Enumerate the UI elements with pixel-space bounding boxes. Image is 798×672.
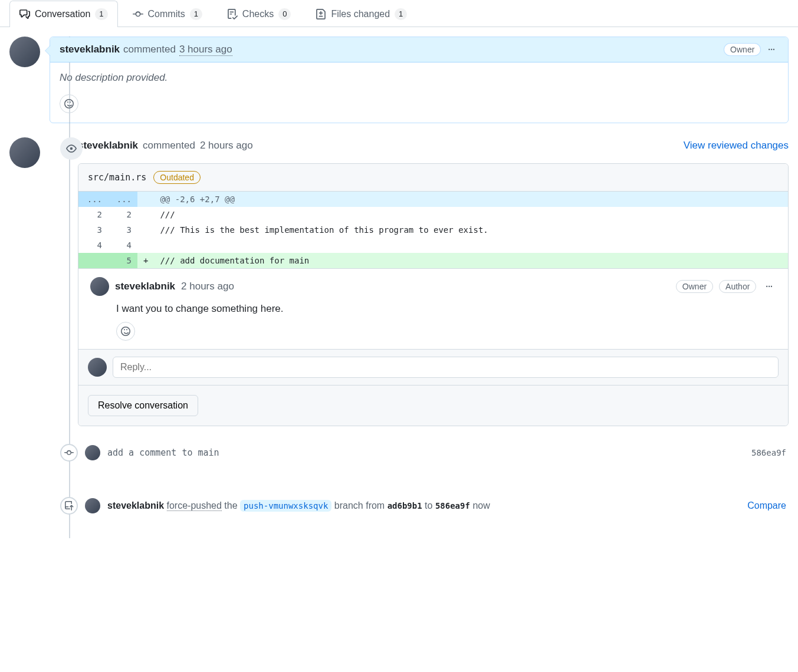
line-old-num: 2 [78,207,108,222]
file-diff-icon [316,9,326,19]
hunk-old-dots: ... [78,192,108,207]
line-new-num: 4 [108,238,137,253]
comment-discussion-icon [19,9,30,19]
pr-tabs: Conversation 1 Commits 1 Checks 0 Files … [0,0,798,27]
line-old-num: 4 [78,238,108,253]
tab-files-label: Files changed [331,9,390,19]
smiley-icon [64,99,74,108]
push-event-text: steveklabnik force-pushed the push-vmunw… [107,500,490,511]
kebab-icon[interactable]: ··· [764,44,779,55]
avatar[interactable] [9,137,40,168]
comment-timestamp[interactable]: 3 hours ago [179,44,232,56]
resolve-conversation-button[interactable]: Resolve conversation [88,395,198,416]
review-author[interactable]: steveklabnik [78,140,138,151]
avatar[interactable] [85,445,100,460]
push-author[interactable]: steveklabnik [107,500,164,510]
commit-event-badge [60,444,78,462]
push-from-sha[interactable]: ad6b9b1 [387,501,422,510]
line-old-num [78,253,108,268]
view-reviewed-changes-link[interactable]: View reviewed changes [684,140,789,151]
tab-conversation[interactable]: Conversation 1 [9,1,118,27]
line-new-num: 5 [108,253,137,268]
inline-comment-author[interactable]: steveklabnik [115,281,175,292]
line-new-num: 2 [108,207,137,222]
file-path[interactable]: src/main.rs [88,172,146,183]
owner-badge: Owner [676,280,713,293]
tab-commits[interactable]: Commits 1 [123,1,212,27]
review-verb: commented [143,140,195,151]
hunk-new-dots: ... [108,192,137,207]
commit-message[interactable]: add a comment to main [107,447,219,458]
tab-files-count: 1 [395,8,407,20]
line-new-num: 3 [108,222,137,238]
git-commit-icon [64,448,74,457]
diff-line: /// add documentation for main [154,253,788,268]
tab-conversation-label: Conversation [35,9,90,19]
owner-badge: Owner [724,43,761,56]
diff-line: /// [154,207,788,222]
inline-review-comment: steveklabnik 2 hours ago Owner Author ··… [78,268,788,349]
tab-checks-count: 0 [278,8,291,20]
outdated-badge: Outdated [153,171,201,184]
tab-checks-label: Checks [242,9,274,19]
tab-commits-label: Commits [148,9,185,19]
tab-commits-count: 1 [190,8,202,20]
comment-body-text: No description provided. [60,72,168,83]
push-action: force-pushed [167,500,222,511]
eye-icon [66,143,77,154]
pr-description-comment: steveklabnik commented 3 hours ago Owner… [50,37,789,123]
push-branch-name[interactable]: push-vmunwxsksqvk [240,500,331,512]
add-reaction-button[interactable] [60,94,78,113]
push-event-badge [60,497,78,515]
avatar[interactable] [9,37,40,67]
inline-comment-body: I want you to change something here. [116,303,776,315]
checklist-icon [227,9,238,19]
tab-conversation-count: 1 [95,8,107,20]
reply-input[interactable] [113,357,779,378]
diff-line: /// This is the best implementation of t… [154,222,788,238]
compare-link[interactable]: Compare [747,500,789,511]
inline-comment-timestamp: 2 hours ago [181,281,234,292]
smiley-icon [121,327,130,336]
diff-line [154,238,788,253]
tab-checks[interactable]: Checks 0 [217,1,301,27]
diff-table: ... ... @@ -2,6 +2,7 @@ 2 2 /// 3 [78,192,788,268]
avatar[interactable] [85,498,100,513]
hunk-header: @@ -2,6 +2,7 @@ [154,192,788,207]
line-old-num: 3 [78,222,108,238]
git-commit-icon [133,9,143,19]
commit-sha[interactable]: 586ea9f [751,448,789,457]
kebab-icon[interactable]: ··· [762,281,776,292]
avatar[interactable] [88,358,107,377]
avatar[interactable] [90,277,109,296]
push-to-sha[interactable]: 586ea9f [435,501,470,510]
review-event-badge [60,137,83,160]
comment-verb: commented [123,44,176,55]
author-badge: Author [719,280,756,293]
review-file-card: src/main.rs Outdated ... ... @@ -2,6 +2,… [78,163,789,426]
comment-author[interactable]: steveklabnik [60,44,120,55]
tab-files-changed[interactable]: Files changed 1 [306,1,417,27]
review-timestamp: 2 hours ago [200,140,253,151]
add-reaction-button[interactable] [116,322,135,341]
repo-push-icon [64,501,74,510]
